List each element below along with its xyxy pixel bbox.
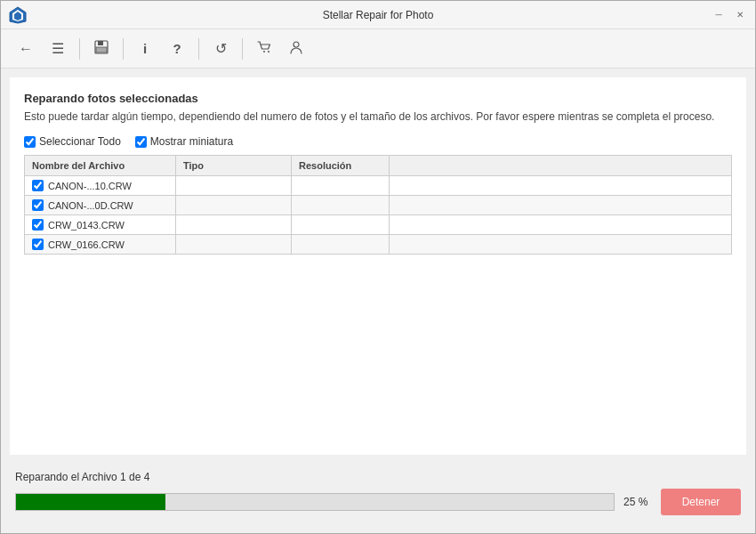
select-all-text: Seleccionar Todo xyxy=(39,135,121,148)
table-row: CANON-...0D.CRW xyxy=(25,196,732,215)
help-icon: ? xyxy=(173,41,181,56)
back-button[interactable]: ← xyxy=(12,35,40,63)
minimize-button[interactable]: ─ xyxy=(711,7,727,23)
file-name-text: CANON-...0D.CRW xyxy=(48,200,133,211)
toolbar-separator-3 xyxy=(198,38,199,60)
file-name-text: CRW_0143.CRW xyxy=(48,220,125,231)
close-button[interactable]: ✕ xyxy=(732,7,748,23)
table-row: CRW_0166.CRW xyxy=(25,235,732,255)
file-type-cell xyxy=(176,215,292,235)
cart-button[interactable] xyxy=(250,35,278,63)
svg-point-7 xyxy=(268,51,269,53)
status-title: Reparando fotos seleccionadas xyxy=(24,92,732,105)
window-title: Stellar Repair for Photo xyxy=(323,9,434,21)
cart-icon xyxy=(256,39,272,59)
main-content: Reparando fotos seleccionadas Esto puede… xyxy=(10,77,746,455)
file-name-cell: CRW_0166.CRW xyxy=(25,235,176,255)
svg-rect-4 xyxy=(98,41,103,45)
help-button[interactable]: ? xyxy=(163,35,191,63)
file-resolution-cell xyxy=(292,235,390,255)
select-all-label[interactable]: Seleccionar Todo xyxy=(24,135,121,148)
file-name-text: CRW_0166.CRW xyxy=(48,239,125,250)
file-type-cell xyxy=(176,196,292,215)
file-checkbox[interactable] xyxy=(32,180,44,191)
info-button[interactable]: i xyxy=(131,35,159,63)
table-header-row: Nombre del Archivo Tipo Resolución xyxy=(25,156,732,176)
col-header-name: Nombre del Archivo xyxy=(25,156,176,176)
status-description: Esto puede tardar algún tiempo, dependie… xyxy=(24,109,732,125)
bottom-area: Reparando el Archivo 1 de 4 25 % Detener xyxy=(1,464,755,526)
file-table: Nombre del Archivo Tipo Resolución CANON… xyxy=(24,155,732,255)
toolbar-separator-1 xyxy=(79,38,80,60)
window-controls: ─ ✕ xyxy=(711,7,748,23)
show-thumbnail-label[interactable]: Mostrar miniatura xyxy=(135,135,233,148)
title-bar: Stellar Repair for Photo ─ ✕ xyxy=(1,1,755,29)
file-type-cell xyxy=(176,176,292,196)
progress-row: 25 % Detener xyxy=(15,489,741,515)
file-preview-cell xyxy=(390,235,732,255)
svg-rect-5 xyxy=(96,47,107,53)
file-checkbox[interactable] xyxy=(32,239,44,250)
file-name-cell: CANON-...0D.CRW xyxy=(25,196,176,215)
app-logo-icon xyxy=(8,5,28,25)
col-header-type: Tipo xyxy=(176,156,292,176)
file-resolution-cell xyxy=(292,215,390,235)
col-header-preview xyxy=(390,156,732,176)
file-checkbox[interactable] xyxy=(32,219,44,231)
col-header-resolution: Resolución xyxy=(292,156,390,176)
progress-bar-fill xyxy=(16,494,165,510)
file-name-text: CANON-...10.CRW xyxy=(48,181,132,191)
stop-button[interactable]: Detener xyxy=(661,489,741,515)
toolbar: ← ☰ i ? ↺ xyxy=(1,29,755,69)
title-bar-left xyxy=(8,5,28,25)
svg-point-6 xyxy=(263,51,265,53)
toolbar-separator-2 xyxy=(123,38,124,60)
file-preview-cell xyxy=(390,196,732,215)
back-icon: ← xyxy=(19,41,33,57)
table-row: CANON-...10.CRW xyxy=(25,176,732,196)
file-checkbox[interactable] xyxy=(32,199,44,211)
user-button[interactable] xyxy=(282,35,310,63)
file-name-cell: CANON-...10.CRW xyxy=(25,176,176,196)
progress-percent: 25 % xyxy=(623,496,652,508)
svg-point-8 xyxy=(294,42,299,47)
save-button[interactable] xyxy=(87,35,116,63)
info-icon: i xyxy=(143,41,147,56)
progress-bar-container xyxy=(15,493,615,511)
menu-icon: ☰ xyxy=(52,40,64,57)
file-type-cell xyxy=(176,235,292,255)
file-preview-cell xyxy=(390,176,732,196)
file-resolution-cell xyxy=(292,176,390,196)
save-icon xyxy=(93,39,109,58)
file-resolution-cell xyxy=(292,196,390,215)
toolbar-separator-4 xyxy=(242,38,243,60)
select-all-checkbox[interactable] xyxy=(24,136,36,148)
show-thumbnail-checkbox[interactable] xyxy=(135,136,147,148)
progress-label: Reparando el Archivo 1 de 4 xyxy=(15,471,741,483)
table-row: CRW_0143.CRW xyxy=(25,215,732,235)
file-name-cell: CRW_0143.CRW xyxy=(25,215,176,235)
options-row: Seleccionar Todo Mostrar miniatura xyxy=(24,135,732,148)
menu-button[interactable]: ☰ xyxy=(44,35,72,63)
user-icon xyxy=(288,39,304,59)
file-preview-cell xyxy=(390,215,732,235)
refresh-button[interactable]: ↺ xyxy=(206,35,235,63)
refresh-icon: ↺ xyxy=(215,40,227,57)
show-thumbnail-text: Mostrar miniatura xyxy=(150,135,233,148)
